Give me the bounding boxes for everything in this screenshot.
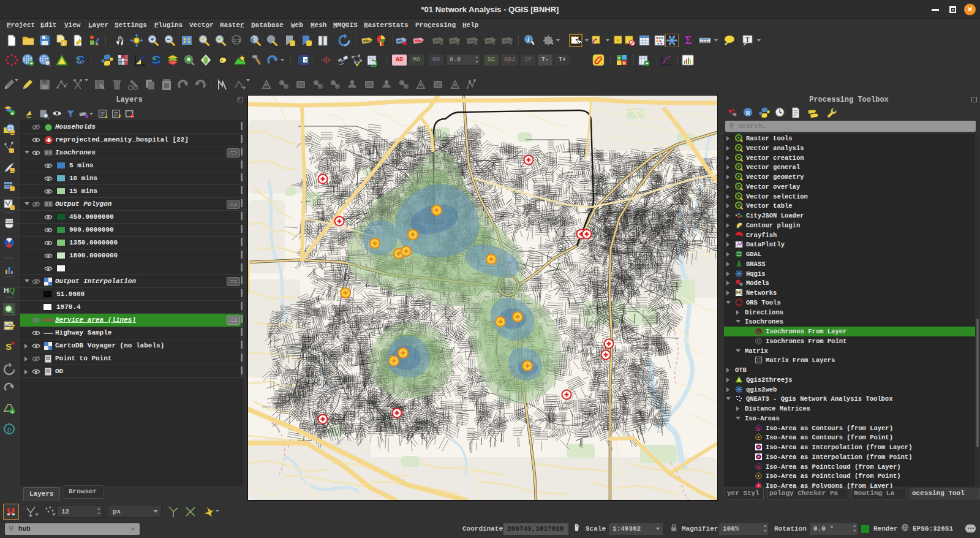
svg-text:+: + — [30, 61, 33, 66]
svg-text:R: R — [745, 110, 750, 116]
svg-text:abc: abc — [415, 39, 422, 43]
svg-text:abc: abc — [434, 39, 442, 43]
svg-text:abc: abc — [469, 39, 476, 43]
svg-text:abc: abc — [503, 39, 511, 43]
svg-text:?: ? — [304, 58, 307, 63]
svg-text:D: D — [623, 61, 625, 66]
svg-text:ab: ab — [451, 39, 456, 43]
svg-text:a: a — [96, 41, 99, 47]
svg-text:+: + — [11, 111, 14, 116]
svg-text:S: S — [618, 56, 620, 61]
svg-text:Σ: Σ — [685, 34, 692, 47]
svg-text:abc: abc — [363, 39, 371, 43]
svg-text:+: + — [62, 41, 66, 47]
svg-text:i: i — [527, 36, 529, 43]
svg-text:1:1: 1:1 — [233, 39, 241, 43]
svg-text:ab: ab — [398, 39, 402, 43]
svg-text:+: + — [646, 61, 649, 66]
svg-text:T: T — [745, 36, 750, 43]
svg-text:p: p — [7, 425, 11, 433]
svg-text:+: + — [11, 409, 14, 415]
svg-text:+: + — [616, 38, 619, 44]
svg-text:ab: ab — [486, 39, 491, 43]
